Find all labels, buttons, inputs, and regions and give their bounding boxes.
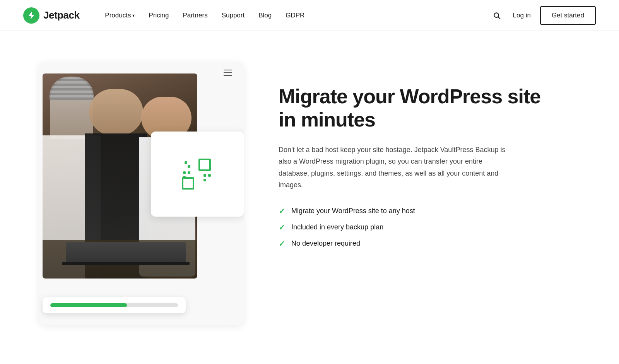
feature-list: ✓ Migrate your WordPress site to any hos… xyxy=(279,207,542,248)
progress-bar-fill xyxy=(50,303,127,307)
hero-description: Don't let a bad host keep your site host… xyxy=(279,144,511,191)
list-item: ✓ No developer required xyxy=(279,239,542,248)
main-content: Migrate your WordPress site in minutes D… xyxy=(0,31,619,364)
logo-link[interactable]: Jetpack xyxy=(23,7,79,24)
hero-heading: Migrate your WordPress site in minutes xyxy=(279,85,542,132)
nav-item-pricing[interactable]: Pricing xyxy=(142,9,175,22)
search-icon xyxy=(493,12,501,19)
list-item: ✓ Included in every backup plan xyxy=(279,223,542,232)
hamburger-icon[interactable] xyxy=(224,70,232,76)
svg-line-1 xyxy=(498,17,500,19)
logo-icon xyxy=(23,7,39,24)
jetpack-bolt-icon xyxy=(27,11,36,20)
progress-card xyxy=(43,297,186,313)
site-header: Jetpack Products ▾ Pricing Partners Supp… xyxy=(0,0,619,31)
nav-item-partners[interactable]: Partners xyxy=(176,9,214,22)
hero-mockup xyxy=(39,62,248,325)
get-started-button[interactable]: Get started xyxy=(540,6,596,25)
checkmark-icon: ✓ xyxy=(279,223,285,232)
search-button[interactable] xyxy=(490,9,504,22)
chevron-down-icon: ▾ xyxy=(132,13,135,18)
nav-item-gdpr[interactable]: GDPR xyxy=(279,9,311,22)
mockup-card xyxy=(39,62,244,325)
progress-bar-track xyxy=(50,303,178,307)
main-nav: Products ▾ Pricing Partners Support Blog… xyxy=(99,9,489,22)
qr-code-icon xyxy=(180,157,215,191)
brand-name: Jetpack xyxy=(43,9,79,21)
nav-item-support[interactable]: Support xyxy=(215,9,251,22)
header-actions: Log in Get started xyxy=(490,6,596,25)
hero-content: Migrate your WordPress site in minutes D… xyxy=(279,62,542,248)
checkmark-icon: ✓ xyxy=(279,239,285,248)
checkmark-icon: ✓ xyxy=(279,207,285,216)
login-link[interactable]: Log in xyxy=(513,12,531,19)
nav-item-products[interactable]: Products ▾ xyxy=(99,9,141,22)
nav-item-blog[interactable]: Blog xyxy=(252,9,278,22)
qr-overlay-card xyxy=(151,132,244,217)
list-item: ✓ Migrate your WordPress site to any hos… xyxy=(279,207,542,216)
